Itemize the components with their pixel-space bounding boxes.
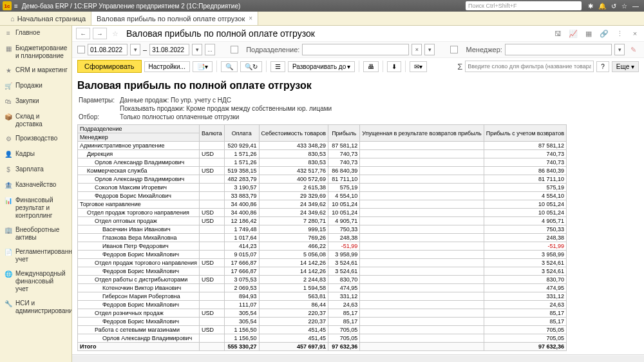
- report-body: Валовая прибыль по полной оплате отгрузо…: [72, 75, 644, 354]
- sidebar-item-12[interactable]: 📄Регламентированный учет: [0, 245, 71, 267]
- date-from-picker-icon[interactable]: ▾: [130, 44, 140, 55]
- nav-sidebar: ≡Главное▦Бюджетирование и планирование★C…: [0, 26, 72, 362]
- sidebar-item-10[interactable]: 📊Финансовый результат и контроллинг: [0, 193, 71, 223]
- table-row[interactable]: Коммерческая службаUSD519 358,15432 517,…: [78, 167, 567, 175]
- table-row[interactable]: Отдел продаж торгового направленияUSD34 …: [78, 209, 567, 217]
- sidebar-icon: 🏦: [4, 181, 13, 190]
- row-name: Васечкин Иван Иванович: [78, 225, 200, 234]
- back-button[interactable]: ←: [76, 28, 90, 39]
- close-icon[interactable]: ×: [249, 15, 252, 22]
- date-to-input[interactable]: [149, 44, 189, 55]
- mail-button[interactable]: ✉▾: [410, 61, 427, 72]
- row-profit: 705,05: [328, 334, 360, 343]
- menu-icon[interactable]: ≡: [14, 3, 18, 10]
- table-row[interactable]: Федоров Борис Михайлович9 015,075 056,08…: [78, 251, 567, 259]
- find-button[interactable]: 🔍: [221, 61, 238, 72]
- mgr-dropdown-icon[interactable]: ▾: [614, 44, 625, 55]
- table-row[interactable]: ДирекцияUSD1 571,26830,53740,73740,73: [78, 150, 567, 158]
- sidebar-item-4[interactable]: 🛍Закупки: [0, 94, 71, 110]
- collapse-button[interactable]: ☰: [270, 61, 285, 72]
- horizontal-scrollbar[interactable]: [72, 354, 644, 362]
- calc-icon[interactable]: ▦: [583, 28, 594, 39]
- star-icon[interactable]: ☆: [621, 3, 627, 10]
- more-button[interactable]: Еще ▾: [612, 61, 639, 72]
- table-row[interactable]: Гиберсон Мария Робертовна894,93563,81331…: [78, 292, 567, 301]
- sidebar-item-2[interactable]: ★CRM и маркетинг: [0, 63, 71, 79]
- mgr-input[interactable]: [505, 44, 612, 55]
- settings-button[interactable]: Настройки...: [144, 61, 190, 72]
- sidebar-item-5[interactable]: 📦Склад и доставка: [0, 110, 71, 131]
- report-filter-input[interactable]: [465, 61, 594, 72]
- minimize-icon[interactable]: —: [632, 3, 639, 10]
- close-page-icon[interactable]: ×: [630, 28, 640, 39]
- forward-button[interactable]: →: [93, 28, 107, 39]
- row-payment: 17 666,87: [224, 259, 259, 267]
- table-row[interactable]: Глазкова Вера Михайловна1 017,64769,2624…: [78, 234, 567, 242]
- sidebar-item-6[interactable]: ⚙Производство: [0, 131, 71, 147]
- global-search-input[interactable]: Поиск Ctrl+Shift+F: [466, 1, 582, 10]
- table-row[interactable]: Орлов Александр Владимирович1 156,50451,…: [78, 334, 567, 343]
- row-cost: 220,37: [259, 318, 328, 326]
- sidebar-item-0[interactable]: ≡Главное: [0, 26, 71, 41]
- bell-icon[interactable]: 🔔: [598, 3, 606, 10]
- sidebar-item-3[interactable]: 🛒Продажи: [0, 79, 71, 94]
- table-row[interactable]: Отдел работы с дистрибьюторамиUSD3 075,5…: [78, 276, 567, 284]
- sidebar-item-11[interactable]: 🏢Внеоборотные активы: [0, 223, 71, 245]
- clear-filters-icon[interactable]: ✎: [627, 44, 639, 55]
- sidebar-item-13[interactable]: 🌐Международный финансовый учет: [0, 267, 71, 296]
- link-icon[interactable]: 🔗: [599, 28, 609, 39]
- table-row[interactable]: Васечкин Иван Иванович1 749,48999,15750,…: [78, 225, 567, 234]
- print-button[interactable]: 🖶: [363, 61, 379, 72]
- help-button[interactable]: ?: [596, 61, 609, 72]
- mgr-checkbox[interactable]: [450, 46, 458, 53]
- favorite-icon[interactable]: ☆: [112, 30, 118, 38]
- tab-report[interactable]: Валовая прибыль по полной оплате отгрузо…: [91, 12, 258, 25]
- row-cost: 2 615,38: [259, 184, 328, 192]
- row-profit-ret: 248,38: [484, 234, 566, 242]
- sidebar-icon: 🌐: [4, 270, 13, 279]
- dept-checkbox[interactable]: [231, 46, 238, 53]
- more-icon[interactable]: ⋮: [614, 28, 625, 39]
- variants-button[interactable]: 📑▾: [193, 61, 213, 72]
- table-row[interactable]: Федоров Борис Михайлович17 666,8714 142,…: [78, 267, 567, 276]
- tab-home[interactable]: ⌂ Начальная страница: [5, 12, 91, 25]
- table-row[interactable]: Работа с сетевыми магазинамиUSD1 156,504…: [78, 326, 567, 334]
- date-to-picker-icon[interactable]: ▾: [192, 44, 202, 55]
- table-row[interactable]: Отдел розничных продажUSD305,54220,3785,…: [78, 309, 567, 318]
- table-row[interactable]: Федоров Борис Михайлович33 883,7929 329,…: [78, 192, 567, 200]
- period-button[interactable]: ...: [205, 44, 215, 55]
- date-checkbox[interactable]: [77, 46, 85, 53]
- chart-icon[interactable]: 📈: [568, 28, 578, 39]
- history-icon[interactable]: ↺: [611, 3, 616, 10]
- sidebar-item-1[interactable]: ▦Бюджетирование и планирование: [0, 41, 71, 63]
- table-row[interactable]: Орлов Александр Владимирович482 283,7940…: [78, 175, 567, 184]
- table-row[interactable]: Иванов Петр Федорович414,23466,22-51,99-…: [78, 242, 567, 251]
- dept-input[interactable]: [302, 44, 409, 55]
- expand-button[interactable]: Разворачивать до ▾: [288, 61, 355, 72]
- table-row[interactable]: Соколов Максим Игоревич3 190,572 615,385…: [78, 184, 567, 192]
- row-cost: 830,53: [259, 150, 328, 158]
- table-row[interactable]: Административное управление520 929,41433…: [78, 142, 567, 150]
- table-row[interactable]: Федоров Борис Михайлович111,0786,4424,63…: [78, 301, 567, 309]
- save-icon[interactable]: 🖫: [553, 28, 563, 39]
- sidebar-item-7[interactable]: 👤Кадры: [0, 147, 71, 162]
- row-currency: [199, 234, 224, 242]
- generate-button[interactable]: Сформировать: [77, 60, 142, 73]
- table-row[interactable]: Отдел продаж торгового направленияUSD17 …: [78, 259, 567, 267]
- row-currency: USD: [199, 209, 224, 217]
- date-from-input[interactable]: [88, 44, 128, 55]
- sidebar-item-9[interactable]: 🏦Казначейство: [0, 178, 71, 193]
- table-row[interactable]: Котеночкин Виктор Иванович2 069,531 594,…: [78, 284, 567, 292]
- sidebar-item-8[interactable]: $Зарплата: [0, 162, 71, 178]
- sidebar-item-14[interactable]: 🔧НСИ и администрирование: [0, 296, 71, 318]
- dept-dropdown-icon[interactable]: ▾: [424, 44, 435, 55]
- table-row[interactable]: Отдел оптовых продажUSD12 186,427 280,71…: [78, 217, 567, 225]
- table-row[interactable]: Торговое направление34 400,8624 349,6210…: [78, 200, 567, 209]
- find-next-button[interactable]: 🔍↻: [240, 61, 262, 72]
- sum-icon[interactable]: Σ: [457, 62, 462, 71]
- export-button[interactable]: ⬇: [387, 61, 401, 72]
- dept-clear-icon[interactable]: ×: [412, 44, 422, 55]
- table-row[interactable]: Орлов Александр Владимирович1 571,26830,…: [78, 158, 567, 167]
- table-row[interactable]: Федоров Борис Михайлович305,54220,3785,1…: [78, 318, 567, 326]
- sparkle-icon[interactable]: ✱: [588, 3, 593, 10]
